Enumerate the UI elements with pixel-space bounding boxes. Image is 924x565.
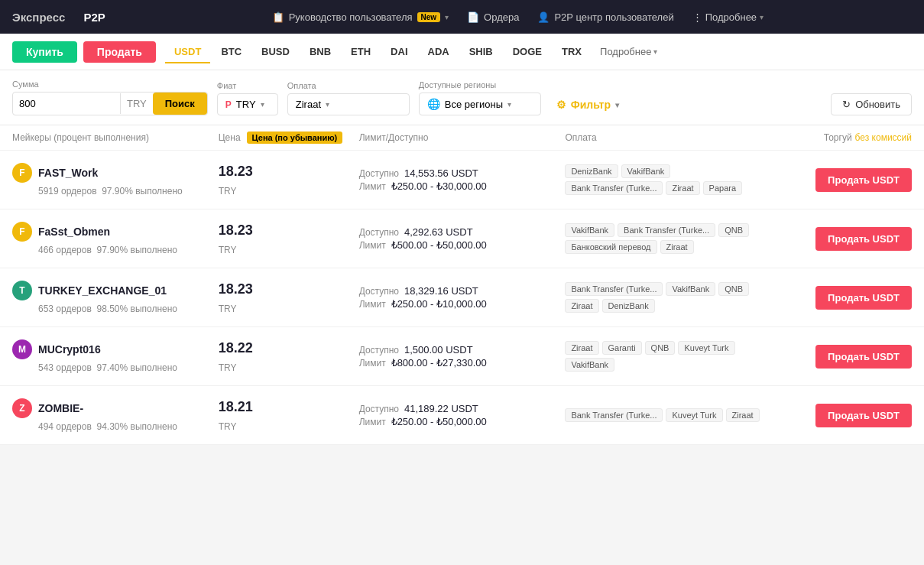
maker-header-label: Мейкеры (процент выполнения) <box>12 132 149 143</box>
payment-col-header: Оплата <box>565 132 771 143</box>
avatar: F <box>12 222 32 242</box>
payment-select[interactable]: Ziraat ▾ <box>287 93 410 115</box>
coin-tab-usdt[interactable]: USDT <box>165 41 210 63</box>
payment-tag[interactable]: QNB <box>645 341 676 355</box>
payment-tag[interactable]: VakifBank <box>666 282 715 296</box>
payment-tag[interactable]: Bank Transfer (Turke... <box>565 408 663 422</box>
payment-tag[interactable]: Ziraat <box>565 299 598 313</box>
filter-bar: Сумма TRY Поиск Фиат P TRY ▾ Оплата Zira… <box>0 70 924 125</box>
coin-tab-shib[interactable]: SHIB <box>460 41 502 63</box>
payment-tag[interactable]: VakifBank <box>621 164 671 178</box>
limit-value: ₺250.00 - ₺50,000.00 <box>391 416 487 427</box>
sell-usdt-button[interactable]: Продать USDT <box>815 345 912 369</box>
sell-usdt-button[interactable]: Продать USDT <box>815 286 912 310</box>
payment-tag[interactable]: Bank Transfer (Turke... <box>618 223 715 237</box>
payment-tag[interactable]: Kuveyt Turk <box>678 341 734 355</box>
payment-tag[interactable]: DenizBank <box>565 164 618 178</box>
search-button[interactable]: Поиск <box>153 93 207 115</box>
coin-tab-busd[interactable]: BUSD <box>252 41 299 63</box>
price-col: 18.23 TRY <box>219 164 359 196</box>
payment-tag[interactable]: QNB <box>718 282 749 296</box>
price-sort-badge[interactable]: Цена (по убыванию) <box>247 132 343 144</box>
payment-tag[interactable]: Garanti <box>602 341 642 355</box>
payment-tag[interactable]: Bank Transfer (Turke... <box>565 181 663 195</box>
payment-tag[interactable]: Bank Transfer (Turke... <box>565 282 663 296</box>
maker-stats: 543 ордеров 97.40% выполнено <box>12 362 219 373</box>
payment-tag[interactable]: Kuveyt Turk <box>666 408 722 422</box>
p2p-tab[interactable]: P2P <box>83 11 105 24</box>
coin-tab-trx[interactable]: TRX <box>553 41 591 63</box>
fiat-select[interactable]: P TRY ▾ <box>217 93 278 115</box>
trade-col: Продать USDT <box>771 286 912 310</box>
payment-tag[interactable]: VakifBank <box>565 223 614 237</box>
maker-name[interactable]: FaSst_Obmen <box>38 226 110 238</box>
coin-tab-bnb[interactable]: BNB <box>300 41 340 63</box>
sell-button[interactable]: Продать <box>83 41 156 63</box>
limit-value: ₺500.00 - ₺50,000.00 <box>391 239 487 251</box>
express-tab[interactable]: Экспресс <box>12 11 65 24</box>
buy-button[interactable]: Купить <box>12 41 77 63</box>
orders-nav-item[interactable]: 📄 Ордера <box>467 11 519 23</box>
maker-name[interactable]: ZOMBIE- <box>38 402 83 414</box>
maker-col: Z ZOMBIE- 494 ордеров 94.30% выполнено <box>12 398 219 432</box>
payment-tag[interactable]: DenizBank <box>602 299 655 313</box>
avail-label: Доступно <box>359 345 402 356</box>
payment-tag[interactable]: Ziraat <box>565 341 598 355</box>
coins-more-button[interactable]: Подробнее ▾ <box>600 46 657 57</box>
user-center-nav-item[interactable]: 👤 P2P центр пользователей <box>537 11 673 23</box>
payment-tag[interactable]: QNB <box>718 223 749 237</box>
coin-tab-btc[interactable]: BTC <box>212 41 251 63</box>
limit-label: Лимит <box>359 358 388 369</box>
coin-tab-dai[interactable]: DAI <box>381 41 417 63</box>
more-nav-item[interactable]: ⋮ Подробнее ▾ <box>692 11 764 23</box>
payment-tag[interactable]: VakifBank <box>565 358 614 372</box>
payment-tag[interactable]: Ziraat <box>660 240 694 254</box>
payment-col: Bank Transfer (Turke...Kuveyt TurkZiraat <box>565 408 771 422</box>
new-badge: New <box>417 12 441 22</box>
avail-label: Доступно <box>359 227 402 238</box>
fiat-label: Фиат <box>217 81 278 90</box>
price-currency: TRY <box>219 245 237 255</box>
trade-col: Продать USDT <box>771 168 912 192</box>
sell-usdt-button[interactable]: Продать USDT <box>815 404 912 427</box>
limit-row: Лимит ₺500.00 - ₺50,000.00 <box>359 239 566 251</box>
sell-usdt-button[interactable]: Продать USDT <box>815 227 912 251</box>
avail-label: Доступно <box>359 168 402 179</box>
price-currency: TRY <box>219 186 237 196</box>
payment-group: Оплата Ziraat ▾ <box>287 81 410 115</box>
price-col: 18.22 TRY <box>219 340 359 373</box>
payment-tag[interactable]: Банковский перевод <box>565 240 657 254</box>
refresh-button[interactable]: ↻ Обновить <box>831 93 912 115</box>
maker-name[interactable]: TURKEY_EXCHANGE_01 <box>38 284 167 297</box>
refresh-icon: ↻ <box>842 99 851 110</box>
guide-nav-item[interactable]: 📋 Руководство пользователя New ▾ <box>272 11 449 23</box>
payment-tag[interactable]: Ziraat <box>726 408 760 422</box>
chevron-more-icon: ▾ <box>760 13 764 21</box>
avail-value: 41,189.22 USDT <box>404 403 478 414</box>
region-select[interactable]: 🌐 Все регионы ▾ <box>419 93 541 115</box>
maker-col: T TURKEY_EXCHANGE_01 653 ордеров 98.50% … <box>12 281 219 314</box>
region-label: Доступные регионы <box>419 80 541 89</box>
coin-tab-ada[interactable]: ADA <box>419 41 459 63</box>
price-header-label: Цена <box>219 132 241 143</box>
chevron-region-icon: ▾ <box>507 100 511 109</box>
orders-icon: 📄 <box>467 11 479 23</box>
trade-col: Продать USDT <box>771 227 912 251</box>
filter-button[interactable]: ⚙ Фильтр ▾ <box>550 94 625 115</box>
sell-usdt-button[interactable]: Продать USDT <box>815 168 912 192</box>
amount-input[interactable] <box>13 93 120 114</box>
maker-name[interactable]: MUCrypt016 <box>38 343 101 356</box>
maker-name[interactable]: FAST_Work <box>38 167 98 179</box>
maker-name-row: M MUCrypt016 <box>12 339 219 359</box>
avatar: T <box>12 281 32 300</box>
fiat-value: TRY <box>236 99 256 110</box>
coin-tab-eth[interactable]: ETH <box>342 41 380 63</box>
coin-tab-doge[interactable]: DOGE <box>504 41 551 63</box>
offer-row: F FAST_Work 5919 ордеров 97.90% выполнен… <box>0 151 924 209</box>
payment-tag[interactable]: Papara <box>703 181 742 195</box>
avail-row: Доступно 1,500.00 USDT <box>359 344 566 356</box>
limit-value: ₺800.00 - ₺27,330.00 <box>391 357 487 369</box>
price-col: 18.23 TRY <box>219 222 359 255</box>
payment-tag[interactable]: Ziraat <box>666 181 699 195</box>
maker-name-row: F FaSst_Obmen <box>12 222 219 242</box>
